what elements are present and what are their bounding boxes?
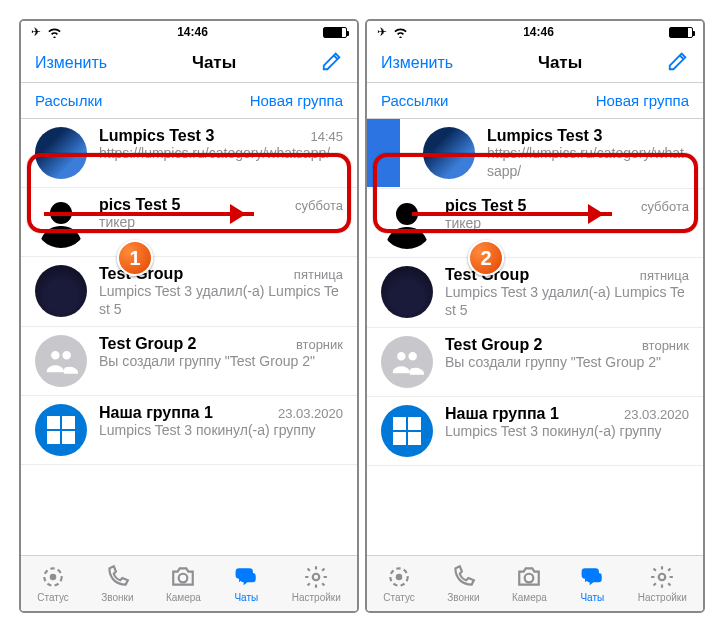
chat-time: вторник: [296, 337, 343, 352]
chat-time: 14:45: [310, 129, 343, 144]
chat-time: 23.03.2020: [278, 406, 343, 421]
svg-point-6: [525, 574, 534, 583]
page-title: Чаты: [192, 53, 236, 73]
chat-name: Наша группа 1: [445, 405, 559, 423]
airplane-icon: ✈: [377, 25, 387, 39]
chat-time: пятница: [640, 268, 689, 283]
nav-bar: Изменить Чаты: [367, 43, 703, 83]
chat-row[interactable]: Наша группа 123.03.2020 Lumpics Test 3 п…: [367, 397, 703, 466]
status-icon: [386, 564, 412, 590]
svg-point-2: [179, 574, 188, 583]
avatar: [381, 197, 433, 249]
battery-icon: [323, 27, 347, 38]
chats-icon: [233, 564, 259, 590]
step-badge: 2: [468, 240, 504, 276]
tab-settings[interactable]: Настройки: [638, 564, 687, 603]
broadcasts-link[interactable]: Рассылки: [381, 92, 448, 109]
chat-row[interactable]: Test Groupпятница Lumpics Test 3 удалил(…: [367, 258, 703, 328]
status-time: 14:46: [177, 25, 208, 39]
compose-icon: [321, 50, 343, 72]
svg-point-1: [50, 574, 57, 581]
compose-button[interactable]: [321, 50, 343, 76]
chat-list[interactable]: Lumpics Test 3. https://lumpics.ru/categ…: [367, 119, 703, 555]
phone-frame-left: ✈ 14:46 Изменить Чаты Рассылки Новая гру…: [19, 19, 359, 613]
svg-point-7: [659, 574, 666, 581]
wifi-icon: [47, 27, 62, 38]
avatar: [35, 335, 87, 387]
chat-time: вторник: [642, 338, 689, 353]
avatar: [423, 127, 475, 179]
battery-icon: [669, 27, 693, 38]
airplane-icon: ✈: [31, 25, 41, 39]
broadcasts-link[interactable]: Рассылки: [35, 92, 102, 109]
phone-screen: ✈ 14:46 Изменить Чаты Рассылки Новая гру…: [367, 21, 703, 611]
status-bar: ✈ 14:46: [367, 21, 703, 43]
chat-preview: тикер: [445, 215, 689, 233]
chat-row[interactable]: pics Test 5суббота тикер: [21, 188, 357, 257]
swipe-action-unread[interactable]: [367, 119, 403, 187]
chat-row[interactable]: Test Groupпятница Lumpics Test 3 удалил(…: [21, 257, 357, 327]
tab-status[interactable]: Статус: [37, 564, 69, 603]
chat-name: Test Group 2: [99, 335, 197, 353]
step-badge: 1: [117, 240, 153, 276]
chat-time: 23.03.2020: [624, 407, 689, 422]
sub-nav: Рассылки Новая группа: [367, 83, 703, 119]
chat-row[interactable]: pics Test 5суббота тикер: [367, 189, 703, 258]
new-group-link[interactable]: Новая группа: [250, 92, 343, 109]
tab-calls[interactable]: Звонки: [101, 564, 133, 603]
new-group-link[interactable]: Новая группа: [596, 92, 689, 109]
chats-icon: [579, 564, 605, 590]
chat-row[interactable]: Наша группа 123.03.2020 Lumpics Test 3 п…: [21, 396, 357, 465]
tab-settings[interactable]: Настройки: [292, 564, 341, 603]
edit-button[interactable]: Изменить: [381, 54, 453, 72]
nav-bar: Изменить Чаты: [21, 43, 357, 83]
gear-icon: [649, 564, 675, 590]
chat-preview: Lumpics Test 3 удалил(-а) Lumpics Test 5: [445, 284, 689, 319]
tab-chats[interactable]: Чаты: [233, 564, 259, 603]
tab-camera[interactable]: Камера: [512, 564, 547, 603]
status-time: 14:46: [523, 25, 554, 39]
status-icon: [40, 564, 66, 590]
avatar: [35, 404, 87, 456]
tab-status[interactable]: Статус: [383, 564, 415, 603]
chat-preview: Lumpics Test 3 покинул(-а) группу: [445, 423, 689, 441]
avatar: [35, 265, 87, 317]
chat-list[interactable]: Lumpics Test 314:45 https://lumpics.ru/c…: [21, 119, 357, 555]
tab-calls[interactable]: Звонки: [447, 564, 479, 603]
phone-frame-right: ✈ 14:46 Изменить Чаты Рассылки Новая гру…: [365, 19, 705, 613]
chat-preview: Lumpics Test 3 покинул(-а) группу: [99, 422, 343, 440]
chat-preview: https://lumpics.ru/category/whatsapp/: [487, 145, 689, 180]
tab-chats[interactable]: Чаты: [579, 564, 605, 603]
chat-time: суббота: [641, 199, 689, 214]
chat-name: Lumpics Test 3: [487, 127, 602, 145]
avatar: [35, 196, 87, 248]
chat-row[interactable]: Lumpics Test 314:45 https://lumpics.ru/c…: [21, 119, 357, 188]
chat-name: Test Group 2: [445, 336, 543, 354]
chat-row-swiped[interactable]: Lumpics Test 3. https://lumpics.ru/categ…: [367, 119, 703, 189]
chat-time: пятница: [294, 267, 343, 282]
compose-button[interactable]: [667, 50, 689, 76]
chat-name: Наша группа 1: [99, 404, 213, 422]
chat-preview: Вы создали группу "Test Group 2": [445, 354, 689, 372]
chat-row[interactable]: Test Group 2вторник Вы создали группу "T…: [367, 328, 703, 397]
edit-button[interactable]: Изменить: [35, 54, 107, 72]
tab-bar: Статус Звонки Камера Чаты Настройки: [367, 555, 703, 611]
svg-point-5: [396, 574, 403, 581]
tab-camera[interactable]: Камера: [166, 564, 201, 603]
chat-row[interactable]: Test Group 2вторник Вы создали группу "T…: [21, 327, 357, 396]
phone-screen: ✈ 14:46 Изменить Чаты Рассылки Новая гру…: [21, 21, 357, 611]
gear-icon: [303, 564, 329, 590]
camera-icon: [516, 564, 542, 590]
annotation-arrow-icon: [412, 212, 612, 216]
avatar: [381, 405, 433, 457]
phone-icon: [104, 564, 130, 590]
phone-icon: [450, 564, 476, 590]
camera-icon: [170, 564, 196, 590]
chat-preview: Вы создали группу "Test Group 2": [99, 353, 343, 371]
chat-name: Lumpics Test 3: [99, 127, 214, 145]
compose-icon: [667, 50, 689, 72]
wifi-icon: [393, 27, 408, 38]
avatar: [35, 127, 87, 179]
avatar: [381, 336, 433, 388]
chat-preview: https://lumpics.ru/category/whatsapp/: [99, 145, 343, 163]
